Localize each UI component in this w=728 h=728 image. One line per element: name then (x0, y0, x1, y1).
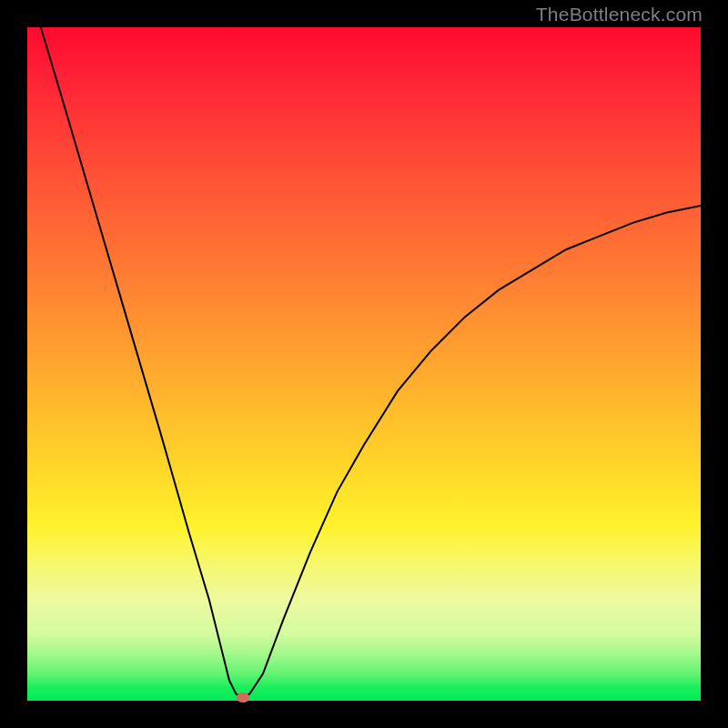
chart-frame: TheBottleneck.com (0, 0, 728, 728)
watermark-text: TheBottleneck.com (536, 4, 703, 25)
plot-area (27, 27, 701, 701)
bottleneck-curve-path (41, 27, 701, 697)
minimum-marker (237, 693, 249, 703)
curve-svg (27, 27, 701, 701)
